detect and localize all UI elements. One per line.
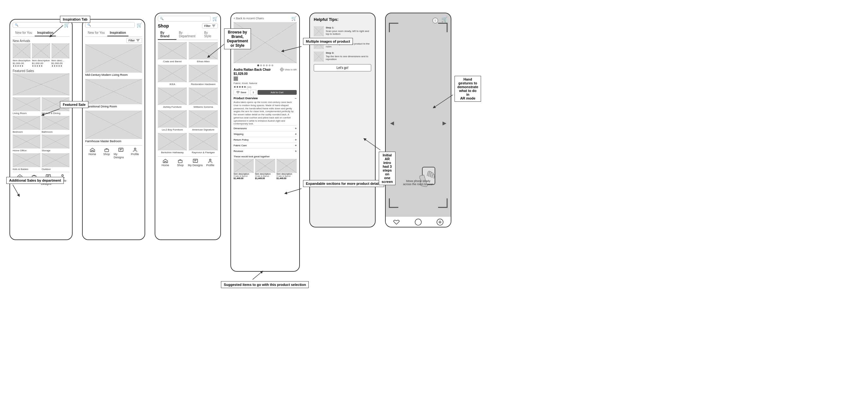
info-badge[interactable]: i: [432, 18, 438, 23]
tab-new-for-you-2[interactable]: New for You: [85, 30, 107, 36]
brand-lazboy[interactable]: La-Z Boy Furniture: [158, 110, 187, 131]
image-dots: [234, 64, 297, 66]
step1-icon: [314, 26, 324, 36]
tip-step-1: Step 1: Scan your room slowly, left to r…: [314, 26, 371, 36]
svg-point-2: [62, 175, 63, 176]
brand-raymour[interactable]: Raymour & Flanigan: [189, 133, 218, 154]
filter-button-2[interactable]: Filter: [126, 38, 142, 43]
reviews-section[interactable]: Reviews +: [234, 148, 297, 154]
dot-1[interactable]: [257, 64, 259, 66]
search-input-1[interactable]: [18, 23, 43, 27]
svg-line-18: [208, 44, 224, 57]
back-link[interactable]: < Back to Accent Chairs: [234, 17, 264, 20]
view-ar-button[interactable]: View in AR: [280, 67, 297, 72]
nav-home-2[interactable]: Home: [85, 147, 99, 159]
expand-fabric-care[interactable]: Fabric Care +: [234, 142, 297, 148]
annotation-arrow-featured: [41, 109, 66, 118]
svg-rect-15: [178, 160, 182, 163]
brand-crate-barrel[interactable]: Crate and Barrel: [158, 42, 187, 63]
add-to-cart-button[interactable]: Add to Cart: [257, 90, 297, 95]
product-name: Audra Rattan Back Chair: [234, 68, 280, 72]
expand-dimensions[interactable]: Dimensions +: [234, 125, 297, 131]
search-bar-3[interactable]: 🔍: [158, 16, 211, 22]
annotation-arrow-images: [281, 45, 309, 54]
new-arrival-item-3[interactable]: Item desc... $1,000.00 ★★★★★: [52, 43, 69, 67]
cart-icon-4[interactable]: 🛒: [291, 16, 297, 21]
dot-3[interactable]: [263, 64, 265, 66]
tab-by-brand[interactable]: By Brand: [158, 30, 177, 40]
bottom-nav-3: Home Shop My Designs Profile: [158, 157, 218, 168]
bottom-nav-2: Home Shop My Designs Profile: [85, 145, 142, 160]
ar-arrow-right: ▶: [442, 120, 446, 126]
tab-by-dept[interactable]: By Department: [177, 30, 202, 40]
brand-ashley-furniture[interactable]: Ashley Furniture: [158, 87, 187, 108]
nav-designs-3[interactable]: My Designs: [188, 159, 203, 167]
search-bar-2[interactable]: 🔍: [85, 22, 135, 28]
phone6: i 🛒 ◀ ▶: [385, 12, 452, 227]
brand-ikea[interactable]: IKEA: [158, 65, 187, 86]
svg-line-25: [282, 47, 302, 51]
new-arrivals-label: New Arrivals: [12, 39, 69, 43]
step1-text: Scan your room slowly, left to right and…: [326, 30, 371, 35]
overview-title: Product Overview: [234, 97, 258, 100]
dept-home-office[interactable]: Home Office: [12, 135, 40, 152]
cart-icon-3[interactable]: 🛒: [212, 16, 218, 21]
quantity-box[interactable]: 1: [250, 90, 256, 95]
svg-point-30: [415, 219, 422, 225]
save-button[interactable]: Save: [234, 89, 249, 95]
corner-tl: [389, 23, 398, 32]
lets-go-button[interactable]: Let's go!: [314, 64, 371, 72]
dept-living-room[interactable]: Living Room: [12, 97, 40, 115]
tip-step-3: Step 3: Tap the item to see dimensions a…: [314, 52, 371, 62]
brand-williams-sonoma[interactable]: Williams Sonoma: [189, 87, 218, 108]
ar-nav-heart[interactable]: [386, 219, 407, 226]
fabric-swatch[interactable]: [234, 77, 238, 81]
expand-shipping[interactable]: Shipping +: [234, 131, 297, 137]
cart-icon-2[interactable]: 🛒: [137, 22, 142, 27]
nav-profile-2[interactable]: Profile: [128, 147, 142, 159]
featured-sale-box[interactable]: [12, 73, 69, 95]
dept-bedroom[interactable]: Bedroom: [12, 116, 40, 133]
suggested-item-2[interactable]: Item description Crate & Barrel $1,449.0…: [255, 159, 275, 179]
dot-4[interactable]: [266, 64, 268, 66]
dept-bathroom[interactable]: Bathroom: [42, 116, 69, 133]
corner-bl: [389, 198, 398, 208]
filter-button-3[interactable]: Filter: [202, 23, 218, 28]
dot-2[interactable]: [260, 64, 262, 66]
expand-return[interactable]: Return Policy +: [234, 137, 297, 142]
svg-line-27: [252, 272, 262, 280]
product-price: $1,029.00: [234, 72, 297, 76]
ar-nav-plus[interactable]: [429, 219, 451, 226]
hand-gesture-icon: [416, 161, 441, 195]
tab-inspiration-2[interactable]: Inspiration: [107, 30, 128, 36]
brand-american-signature[interactable]: American Signature: [189, 110, 218, 131]
dept-storage[interactable]: Storage: [42, 135, 69, 152]
brand-berkshire[interactable]: Berkshire Hathaway: [158, 133, 187, 154]
svg-line-28: [365, 139, 380, 150]
brand-restoration-hardware[interactable]: Restoration Hardware: [189, 65, 218, 86]
search-input-3[interactable]: [163, 17, 189, 20]
dept-outdoor[interactable]: Outdoor: [42, 153, 69, 171]
suggested-item-3[interactable]: Item description Crate & Barrel $1,449.0…: [277, 159, 297, 179]
nav-profile-3[interactable]: Profile: [203, 159, 218, 167]
nav-shop-3[interactable]: Shop: [173, 159, 188, 167]
ar-nav-home[interactable]: [407, 219, 429, 226]
suggested-title: These would look great together: [234, 155, 297, 158]
screen2-group: 🔍 🛒 New for You Inspiration Filter: [82, 19, 145, 240]
overview-collapse[interactable]: −: [295, 96, 297, 100]
step3-text: Tap the item to see dimensions and to re…: [326, 55, 371, 61]
dot-6[interactable]: [272, 64, 273, 66]
nav-designs-2[interactable]: My Designs: [114, 147, 128, 159]
svg-line-3: [51, 25, 63, 36]
suggested-item-1[interactable]: Item description Crate & Barrel $1,449.0…: [234, 159, 254, 179]
dept-kids-babies[interactable]: Kids & Babies: [12, 153, 40, 171]
tab-by-style[interactable]: By Style: [202, 30, 218, 40]
nav-home-3[interactable]: Home: [158, 159, 173, 167]
new-arrival-item-2[interactable]: Item description $1,000.00 ★★★★★: [32, 43, 50, 67]
search-input-2[interactable]: [91, 23, 116, 27]
tab-new-for-you[interactable]: New for You: [12, 30, 35, 36]
new-arrival-item-1[interactable]: Item description $1,000.00 ★★★★★: [12, 43, 31, 67]
nav-shop-2[interactable]: Shop: [99, 147, 114, 159]
dot-5[interactable]: [269, 64, 271, 66]
cart-icon-6[interactable]: 🛒: [441, 17, 447, 22]
